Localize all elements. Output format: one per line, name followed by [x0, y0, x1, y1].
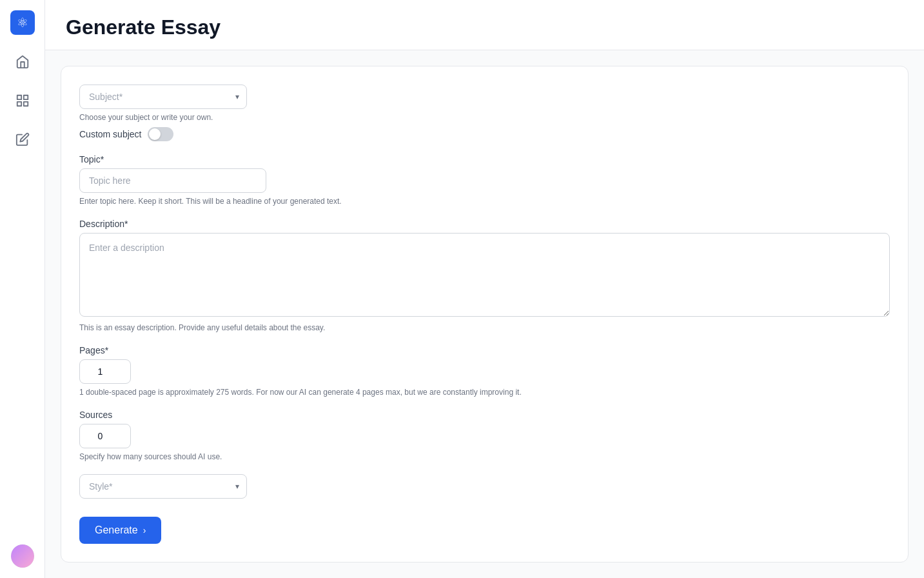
subject-select[interactable]: Subject*: [79, 85, 247, 109]
style-select-wrapper: Style* ▾: [79, 474, 247, 499]
topic-hint: Enter topic here. Keep it short. This wi…: [79, 197, 890, 206]
description-textarea[interactable]: [79, 233, 890, 317]
description-group: Description* This is an essay descriptio…: [79, 219, 890, 332]
edit-icon: [15, 132, 30, 146]
custom-subject-toggle[interactable]: [148, 127, 173, 141]
logo-icon: ⚛: [17, 15, 28, 30]
sources-label: Sources: [79, 410, 890, 420]
description-hint: This is an essay description. Provide an…: [79, 323, 890, 332]
style-select[interactable]: Style*: [79, 474, 247, 499]
topic-input[interactable]: [79, 168, 266, 193]
page-header: Generate Essay: [45, 0, 924, 50]
pages-group: Pages* 1 double-spaced page is approxima…: [79, 345, 890, 397]
avatar[interactable]: [11, 544, 34, 568]
pages-label: Pages*: [79, 345, 890, 355]
generate-button[interactable]: Generate ›: [79, 517, 161, 544]
generate-button-label: Generate: [95, 524, 138, 536]
sources-input[interactable]: [79, 424, 131, 448]
generate-arrow-icon: ›: [143, 525, 146, 535]
sidebar: ⚛: [0, 0, 45, 578]
page-title: Generate Essay: [66, 15, 903, 39]
topic-label: Topic*: [79, 154, 890, 164]
sidebar-item-edit[interactable]: [11, 128, 34, 151]
svg-rect-1: [23, 95, 27, 99]
avatar-image: [11, 544, 34, 568]
sidebar-item-grid[interactable]: [11, 89, 34, 112]
subject-hint: Choose your subject or write your own.: [79, 113, 890, 122]
essay-form: Subject* ▾ Choose your subject or write …: [61, 66, 909, 563]
sources-group: Sources Specify how many sources should …: [79, 410, 890, 461]
pages-hint: 1 double-spaced page is approximately 27…: [79, 388, 890, 397]
sources-hint: Specify how many sources should AI use.: [79, 452, 890, 461]
svg-rect-2: [17, 102, 21, 106]
svg-rect-0: [17, 95, 21, 99]
custom-subject-label: Custom subject: [79, 129, 141, 139]
style-group: Style* ▾: [79, 474, 890, 499]
pages-input[interactable]: [79, 359, 131, 384]
subject-group: Subject* ▾ Choose your subject or write …: [79, 85, 890, 141]
app-logo[interactable]: ⚛: [10, 10, 35, 35]
sidebar-item-home[interactable]: [11, 50, 34, 74]
custom-subject-row: Custom subject: [79, 127, 890, 141]
description-label: Description*: [79, 219, 890, 229]
svg-rect-3: [23, 102, 27, 106]
main-content: Generate Essay Subject* ▾ Choose your su…: [45, 0, 924, 578]
toggle-thumb: [149, 128, 161, 140]
grid-icon: [15, 94, 30, 108]
topic-group: Topic* Enter topic here. Keep it short. …: [79, 154, 890, 206]
subject-select-wrapper: Subject* ▾: [79, 85, 247, 109]
home-icon: [15, 55, 30, 69]
